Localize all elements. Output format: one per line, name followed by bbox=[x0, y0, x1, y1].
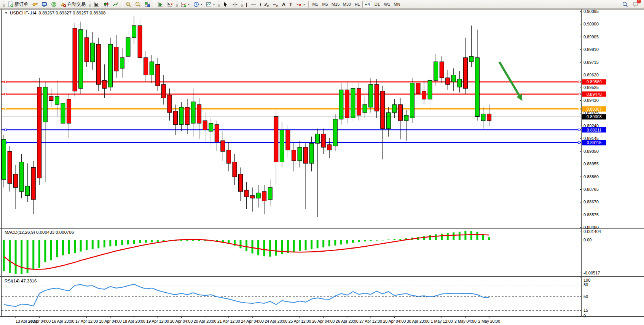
new-order-button[interactable]: 新订单 bbox=[6, 0, 30, 8]
svg-text:15: 15 bbox=[583, 308, 588, 312]
autotrade-icon bbox=[61, 2, 66, 7]
svg-text:0.89211: 0.89211 bbox=[587, 128, 602, 132]
svg-text:24 Apr 20:00: 24 Apr 20:00 bbox=[265, 319, 288, 323]
top-toolbar: 新订单自动交易▾▾▾|—/∕∕E┄FAT▾M1M5M15M30H1H4D1W1M… bbox=[0, 0, 644, 9]
fibonacci-button[interactable]: ┄F bbox=[271, 0, 280, 8]
svg-text:0.88955: 0.88955 bbox=[583, 162, 599, 166]
auto-scroll-button[interactable] bbox=[156, 0, 165, 8]
svg-text:0.89367: 0.89367 bbox=[587, 107, 602, 111]
timeframe-w1-button[interactable]: W1 bbox=[382, 1, 392, 8]
new-order-button-label: 新订单 bbox=[14, 1, 28, 8]
toolbar-separator bbox=[308, 1, 309, 8]
timeframe-m5-button[interactable]: M5 bbox=[320, 1, 330, 8]
indicators-button[interactable]: ▾ bbox=[179, 0, 191, 8]
chat-button[interactable]: 1 bbox=[631, 0, 640, 8]
search-button[interactable] bbox=[620, 0, 630, 8]
shapes-button[interactable]: ▾ bbox=[294, 0, 307, 8]
signals-button[interactable] bbox=[49, 0, 59, 8]
crosshair-button[interactable] bbox=[230, 0, 240, 8]
label-button[interactable]: T bbox=[287, 0, 294, 8]
autotrading-button[interactable]: 自动交易 bbox=[59, 0, 88, 8]
svg-text:100: 100 bbox=[583, 278, 590, 282]
line-chart-button[interactable] bbox=[111, 0, 120, 8]
toolbar-drag-handle[interactable] bbox=[3, 1, 5, 7]
svg-text:-0.00517: -0.00517 bbox=[583, 271, 600, 275]
cursor-button[interactable] bbox=[221, 0, 230, 8]
timeframe-m30-button[interactable]: M30 bbox=[341, 1, 352, 8]
toolbar-drag-handle[interactable] bbox=[89, 1, 91, 7]
chart-shift-button[interactable] bbox=[165, 0, 175, 8]
text-button[interactable]: A bbox=[280, 0, 287, 8]
toolbar-drag-handle[interactable] bbox=[218, 1, 220, 7]
toolbar-separator bbox=[154, 1, 154, 8]
dropdown-arrow-icon[interactable]: ▾ bbox=[213, 3, 215, 6]
svg-text:0.88765: 0.88765 bbox=[583, 187, 599, 192]
timeframe-m1-button[interactable]: M1 bbox=[310, 1, 320, 8]
zoom-out-button[interactable] bbox=[133, 0, 143, 8]
zoom-in-button[interactable] bbox=[124, 0, 133, 8]
bars-icon bbox=[94, 2, 99, 7]
tool-subscript: E bbox=[267, 5, 269, 8]
clock-icon bbox=[193, 2, 199, 7]
pc-icon bbox=[41, 2, 47, 7]
trendline-button[interactable]: / bbox=[258, 0, 263, 8]
hline-button[interactable]: — bbox=[249, 0, 258, 8]
dropdown-arrow-icon[interactable]: ▾ bbox=[201, 3, 202, 6]
vline-button[interactable]: | bbox=[244, 0, 249, 8]
svg-text:26 Apr 20:00: 26 Apr 20:00 bbox=[336, 319, 359, 323]
chart-window: 0.900950.900000.899050.898100.897150.896… bbox=[0, 9, 644, 325]
svg-text:26 Apr 04:00: 26 Apr 04:00 bbox=[312, 319, 335, 323]
timeframe-d1-button[interactable]: D1 bbox=[372, 1, 382, 8]
timeframe-m15-button[interactable]: M15 bbox=[330, 1, 341, 8]
tiles-icon bbox=[145, 2, 150, 7]
svg-text:14 Apr 04:00: 14 Apr 04:00 bbox=[28, 319, 51, 323]
svg-text:24 Apr 04:00: 24 Apr 04:00 bbox=[241, 319, 264, 323]
mt4-window: 新订单自动交易▾▾▾|—/∕∕E┄FAT▾M1M5M15M30H1H4D1W1M… bbox=[0, 0, 644, 325]
channel-button[interactable]: ∕∕E bbox=[263, 0, 271, 8]
svg-text:0.89308: 0.89308 bbox=[587, 114, 602, 119]
candles-icon bbox=[103, 2, 109, 7]
svg-text:80: 80 bbox=[583, 282, 588, 287]
crayon-button[interactable] bbox=[30, 0, 40, 8]
svg-text:0.89569: 0.89569 bbox=[587, 79, 602, 84]
svg-text:20 Apr 04:00: 20 Apr 04:00 bbox=[170, 319, 193, 323]
svg-text:20 Apr 20:00: 20 Apr 20:00 bbox=[194, 319, 217, 323]
label-icon: T bbox=[289, 2, 292, 7]
trendline-icon: / bbox=[260, 2, 261, 7]
toolbar-drag-handle[interactable] bbox=[176, 1, 178, 7]
dropdown-arrow-icon[interactable]: ▾ bbox=[188, 3, 190, 6]
timeframe-h1-button[interactable]: H1 bbox=[352, 1, 362, 8]
svg-text:0.89115: 0.89115 bbox=[587, 140, 602, 145]
timeframe-mn-button[interactable]: MN bbox=[392, 1, 402, 8]
periods-button[interactable]: ▾ bbox=[191, 0, 204, 8]
vline-icon: | bbox=[246, 2, 247, 7]
search-icon bbox=[622, 2, 628, 7]
svg-text:0.90095: 0.90095 bbox=[583, 9, 599, 14]
templates-button[interactable]: ▾ bbox=[204, 0, 217, 8]
svg-text:1 May 12:00: 1 May 12:00 bbox=[431, 319, 453, 323]
dropdown-arrow-icon[interactable]: ▾ bbox=[303, 3, 305, 6]
shapes-icon bbox=[296, 2, 302, 7]
template-icon bbox=[206, 2, 212, 7]
svg-text:18 Apr 04:00: 18 Apr 04:00 bbox=[99, 319, 122, 323]
autotrading-button-label: 自动交易 bbox=[67, 1, 86, 8]
toolbar-drag-handle[interactable] bbox=[241, 1, 243, 7]
autoscroll-icon bbox=[158, 2, 163, 7]
timeframe-h4-button[interactable]: H4 bbox=[362, 1, 372, 8]
svg-text:0.90000: 0.90000 bbox=[583, 22, 599, 26]
svg-text:25 Apr 12:00: 25 Apr 12:00 bbox=[289, 319, 311, 323]
svg-text:27 Apr 12:00: 27 Apr 12:00 bbox=[359, 319, 382, 323]
svg-text:0.89715: 0.89715 bbox=[583, 60, 599, 65]
svg-text:2 May 20:00: 2 May 20:00 bbox=[478, 319, 500, 323]
cursor-icon bbox=[223, 2, 228, 7]
publisher-button[interactable] bbox=[40, 0, 49, 8]
svg-text:0.89620: 0.89620 bbox=[583, 73, 599, 77]
svg-text:0.89810: 0.89810 bbox=[583, 47, 599, 52]
svg-text:50: 50 bbox=[583, 294, 588, 299]
radar-icon bbox=[51, 2, 57, 7]
tile-windows-button[interactable] bbox=[143, 0, 152, 8]
chart-canvas[interactable]: 0.900950.900000.899050.898100.897150.896… bbox=[0, 9, 644, 325]
crosshair-icon bbox=[232, 2, 238, 7]
candle-chart-button[interactable] bbox=[101, 0, 111, 8]
bar-chart-button[interactable] bbox=[92, 0, 101, 8]
